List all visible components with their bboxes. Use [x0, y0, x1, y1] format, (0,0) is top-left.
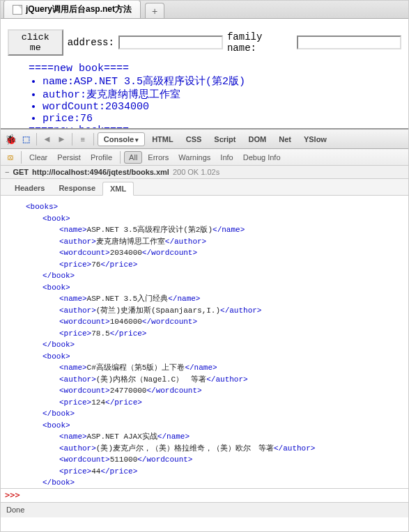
- family-name-label: family name:: [227, 31, 293, 54]
- back-button[interactable]: ◄: [40, 134, 54, 144]
- network-request-row[interactable]: − GET http://localhost:4946/jqtest/books…: [1, 166, 408, 179]
- list-item: wordCount:2034000: [43, 101, 401, 113]
- xml-node: <books>: [9, 201, 400, 213]
- form-row: click me address: family name:: [8, 29, 401, 56]
- xml-node: <book>: [9, 282, 400, 294]
- xml-node: <wordcount>24770000</wordcount>: [9, 385, 400, 397]
- separator: [36, 133, 37, 146]
- tab-html[interactable]: HTML: [146, 133, 179, 146]
- xml-node: <price>76</price>: [9, 259, 400, 271]
- xml-node: <wordcount>511000</wordcount>: [9, 454, 400, 466]
- xml-node: <wordcount>1046000</wordcount>: [9, 316, 400, 328]
- tab-net[interactable]: Net: [273, 133, 297, 146]
- click-me-button[interactable]: click me: [8, 29, 63, 56]
- devtools-toolbar: 🐞 ⬚ ◄ ► ≡ Console HTML CSS Script DOM Ne…: [1, 130, 408, 149]
- page-icon: [13, 5, 22, 15]
- collapse-icon[interactable]: −: [5, 168, 9, 176]
- address-label: address:: [68, 37, 114, 48]
- xml-node: <name>ASP.NET AJAX实战</name>: [9, 431, 400, 443]
- subtab-headers[interactable]: Headers: [8, 182, 52, 195]
- xml-node: <author>(美)麦克卢尔，（美）格拉维奇，（美）欧尔 等著</author…: [9, 443, 400, 455]
- tab-title: jQuery调用后台asp.net方法: [26, 3, 132, 15]
- devtools-panel: 🐞 ⬚ ◄ ► ≡ Console HTML CSS Script DOM Ne…: [1, 128, 408, 517]
- filter-debug[interactable]: Debug Info: [239, 152, 285, 163]
- menu-icon[interactable]: ≡: [76, 132, 90, 146]
- browser-tab-bar: jQuery调用后台asp.net方法 +: [1, 1, 408, 19]
- xml-node: <price>44</price>: [9, 466, 400, 478]
- filter-all[interactable]: All: [124, 151, 142, 164]
- list-item: author:麦克唐纳博思工作室: [43, 88, 401, 101]
- xml-response-panel: <books><book><name>ASP.NET 3.5高级程序设计(第2版…: [1, 196, 408, 488]
- firebug-icon[interactable]: 🐞: [3, 132, 17, 146]
- separator: [21, 151, 22, 164]
- xml-node: </book>: [9, 477, 400, 488]
- http-method: GET: [13, 168, 29, 176]
- xml-node: <wordcount>2034000</wordcount>: [9, 247, 400, 259]
- list-item: price:76: [43, 113, 401, 125]
- status-bar: Done: [1, 502, 408, 517]
- xml-node: </book>: [9, 339, 400, 351]
- persist-button[interactable]: Persist: [53, 152, 85, 163]
- forward-button[interactable]: ►: [55, 134, 68, 144]
- xml-node: <price>78.5</price>: [9, 328, 400, 340]
- inspect-icon[interactable]: ⬚: [19, 132, 33, 146]
- xml-node: <author>(荷兰)史潘加斯(Spaanjaars,I.)</author>: [9, 305, 400, 317]
- xml-node: <author>麦克唐纳博思工作室</author>: [9, 236, 400, 248]
- xml-node: <book>: [9, 351, 400, 363]
- list-item: name:ASP.NET 3.5高级程序设计(第2版): [43, 75, 401, 88]
- xml-node: <author>(美)内格尔（Nagel.C） 等著</author>: [9, 374, 400, 386]
- filter-errors[interactable]: Errors: [144, 152, 173, 163]
- tab-yslow[interactable]: YSlow: [298, 133, 332, 146]
- subtab-response[interactable]: Response: [52, 182, 102, 195]
- address-input[interactable]: [118, 36, 223, 49]
- xml-node: <book>: [9, 420, 400, 432]
- xml-node: </book>: [9, 270, 400, 282]
- separator: [120, 151, 121, 164]
- page-content: click me address: family name: ====new b…: [1, 19, 408, 128]
- xml-node: <price>124</price>: [9, 397, 400, 409]
- tab-console[interactable]: Console: [98, 132, 145, 146]
- response-subtabs: Headers Response XML: [1, 179, 408, 196]
- xml-node: <book>: [9, 213, 400, 225]
- xml-node: <name>ASP.NET 3.5入门经典</name>: [9, 293, 400, 305]
- xml-node: <name>C#高级编程（第5版）上下卷</name>: [9, 362, 400, 374]
- book-output: ====new book==== name:ASP.NET 3.5高级程序设计(…: [29, 63, 401, 128]
- request-status: 200 OK 1.02s: [173, 168, 219, 176]
- filter-warnings[interactable]: Warnings: [174, 152, 215, 163]
- separator: [72, 133, 72, 146]
- request-url: http://localhost:4946/jqtest/books.xml: [32, 168, 169, 176]
- family-name-input[interactable]: [297, 36, 401, 49]
- command-line[interactable]: >>>: [1, 488, 408, 502]
- subtab-xml[interactable]: XML: [102, 182, 134, 196]
- new-tab-button[interactable]: +: [145, 3, 164, 18]
- tab-script[interactable]: Script: [208, 133, 241, 146]
- break-icon[interactable]: ⦻: [3, 150, 17, 164]
- filter-info[interactable]: Info: [216, 152, 237, 163]
- browser-tab[interactable]: jQuery调用后台asp.net方法: [3, 0, 141, 18]
- xml-node: </book>: [9, 408, 400, 420]
- tab-css[interactable]: CSS: [180, 133, 208, 146]
- clear-button[interactable]: Clear: [25, 152, 52, 163]
- book-header: ====new book====: [29, 63, 401, 75]
- console-toolbar: ⦻ Clear Persist Profile All Errors Warni…: [1, 149, 408, 166]
- separator: [93, 133, 94, 146]
- tab-dom[interactable]: DOM: [243, 133, 272, 146]
- xml-node: <name>ASP.NET 3.5高级程序设计(第2版)</name>: [9, 224, 400, 236]
- profile-button[interactable]: Profile: [86, 152, 116, 163]
